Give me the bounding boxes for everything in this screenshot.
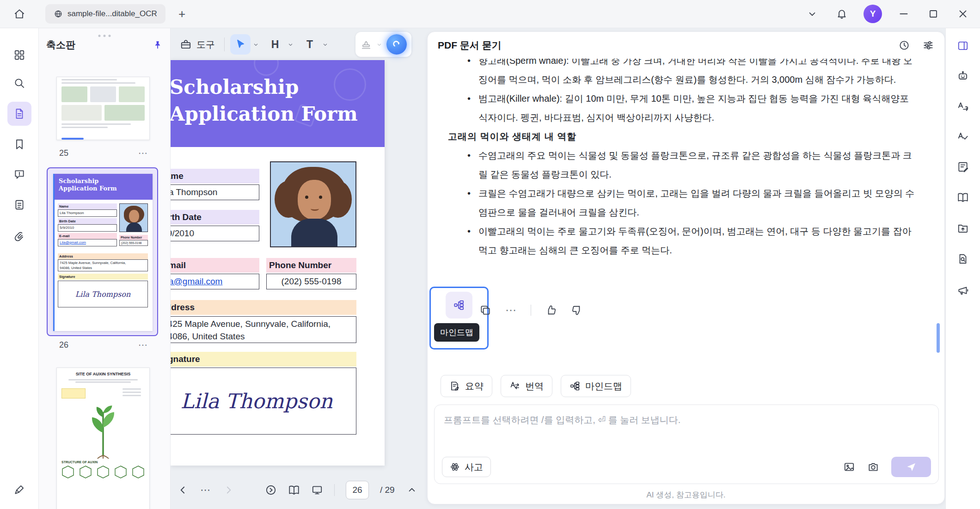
message-more-button[interactable]: ⋯ [505, 304, 517, 317]
thumbnail-27-subtitle: STRUCTURE OF AUXIN [61, 460, 149, 464]
home-button[interactable] [9, 4, 30, 24]
selection-indicator [53, 174, 55, 331]
chevron-down-icon[interactable] [804, 6, 820, 22]
name-value[interactable]: Lila Thompson [171, 184, 259, 200]
pdf-page[interactable]: ScholarshipApplication Form Name Lila Th… [171, 60, 385, 466]
left-sidebar-rail [0, 28, 39, 509]
cursor-icon [230, 34, 251, 55]
mini-name-value: Lila Thompson [58, 209, 117, 217]
translate-button[interactable]: 번역 [501, 375, 552, 397]
summary-button[interactable]: 요약 [441, 375, 492, 397]
chevron-down-icon [322, 41, 329, 48]
chat-bullet: 크릴은 수염고래가 대량으로 삼키는 먹이로, 고래는 입을 벌려 다량의 물과… [440, 184, 916, 222]
thumbnail-page-27[interactable]: SITE OF AUXIN SYNTHESIS STRUCTURE OF AUX… [56, 368, 150, 509]
feedback-button[interactable] [951, 278, 975, 302]
screenshot-camera-icon[interactable] [867, 461, 879, 473]
chevron-down-icon[interactable] [376, 41, 383, 48]
page-bar-more-button[interactable]: ⋯ [200, 484, 211, 496]
sidebar-item-search[interactable] [7, 71, 31, 95]
mini-address-value: 7425 Maple Avenue, Sunnyvale, California… [58, 259, 148, 271]
titlebar: sample-file...ditable_OCR + Y [0, 0, 980, 28]
thumbnail-page-26-selected[interactable]: Scholarship Application Form Name Lila T… [47, 167, 158, 336]
note-edit-icon [957, 161, 969, 173]
mindmap-action-button[interactable] [446, 292, 472, 319]
bookmark-icon [13, 138, 25, 150]
notification-bell-icon[interactable] [834, 6, 850, 22]
expand-panel-button[interactable] [265, 484, 277, 496]
page-number-input[interactable]: 26 [346, 481, 369, 499]
document-tab[interactable]: sample-file...ditable_OCR [45, 4, 165, 24]
address-value[interactable]: 7425 Maple Avenue, Sunnyvale, California… [171, 316, 356, 343]
select-tool[interactable] [230, 34, 259, 55]
mini-birth-value: 5/9/2010 [58, 224, 117, 232]
thumbnail-more-button[interactable]: ⋯ [138, 147, 148, 159]
birth-date-value[interactable]: 5/9/2010 [171, 226, 259, 241]
prompt-input[interactable] [444, 412, 906, 427]
chevron-down-icon [287, 41, 294, 48]
thinking-toggle-button[interactable]: 사고 [442, 457, 491, 477]
sidebar-item-grid[interactable] [7, 43, 31, 67]
form-header: ScholarshipApplication Form [171, 60, 385, 147]
app-window: sample-file...ditable_OCR + Y 축소판 [0, 0, 980, 509]
email-label: E-mail [171, 258, 259, 273]
ai-sidebar-toggle[interactable] [951, 34, 975, 58]
document-icon [54, 9, 63, 18]
tools-button[interactable]: 도구 [176, 36, 219, 54]
email-value[interactable]: Lila@gmail.com [171, 274, 259, 289]
minimize-button[interactable] [896, 6, 912, 22]
presentation-icon[interactable] [311, 484, 323, 496]
sidebar-item-attachments[interactable] [7, 224, 31, 248]
export-button[interactable] [951, 216, 975, 240]
search-icon [13, 77, 25, 89]
reading-mode-button[interactable] [951, 185, 975, 209]
settings-sliders-icon[interactable] [922, 39, 934, 51]
close-button[interactable] [955, 6, 971, 22]
next-page-button[interactable] [222, 484, 234, 496]
sidebar-item-fields[interactable] [7, 193, 31, 217]
new-tab-button[interactable]: + [173, 5, 191, 23]
text-tool[interactable]: T [300, 34, 329, 55]
name-label: Name [171, 169, 259, 184]
mindmap-highlight-box: 마인드맵 [429, 287, 489, 350]
pin-icon[interactable] [153, 40, 163, 50]
mini-form-title-2: Application Form [59, 185, 153, 192]
thumbs-down-icon[interactable] [571, 304, 583, 316]
chat-scrollbar[interactable] [937, 323, 940, 353]
sidebar-item-comments[interactable] [7, 162, 31, 186]
panel-title: 축소판 [46, 38, 75, 51]
summary-label: 요약 [465, 380, 484, 392]
avatar[interactable]: Y [864, 5, 882, 23]
phone-value[interactable]: (202) 555-0198 [266, 274, 356, 289]
ai-proofread-button[interactable] [951, 125, 975, 149]
send-button[interactable] [891, 457, 931, 477]
history-icon[interactable] [898, 39, 910, 51]
sidebar-item-thumbnails[interactable] [7, 102, 31, 126]
copy-icon[interactable] [479, 304, 491, 316]
right-sidebar-rail [945, 28, 980, 509]
mindmap-icon [570, 380, 581, 392]
tools-label: 도구 [196, 38, 215, 51]
read-mode-icon[interactable] [288, 484, 300, 496]
mindmap-icon [453, 299, 465, 311]
ai-recognize-button[interactable] [386, 34, 407, 55]
document-search-button[interactable] [951, 247, 975, 271]
thumbs-up-icon[interactable] [545, 304, 557, 316]
signature-box[interactable]: Lila Thompson [171, 368, 356, 435]
thumbnail-page-25[interactable] [56, 77, 150, 140]
sidebar-item-bookmarks[interactable] [7, 132, 31, 156]
ai-chatbot-button[interactable] [951, 64, 975, 88]
mindmap-button[interactable]: 마인드맵 [561, 375, 631, 397]
ai-notes-button[interactable] [951, 155, 975, 179]
prev-page-button[interactable] [177, 484, 189, 496]
stamp-icon[interactable] [360, 38, 372, 50]
sidebar-item-signature-tool[interactable] [7, 478, 31, 502]
header-footer-tool[interactable]: H [265, 34, 294, 55]
maximize-button[interactable] [925, 6, 941, 22]
annotation-highlight [61, 388, 86, 399]
panel-drag-handle[interactable] [98, 35, 111, 37]
collapse-bar-button[interactable] [406, 484, 418, 496]
insert-image-icon[interactable] [843, 461, 855, 473]
thumbnail-more-button[interactable]: ⋯ [138, 339, 148, 350]
ai-translate-button[interactable] [951, 95, 975, 119]
translate-icon [957, 101, 969, 113]
